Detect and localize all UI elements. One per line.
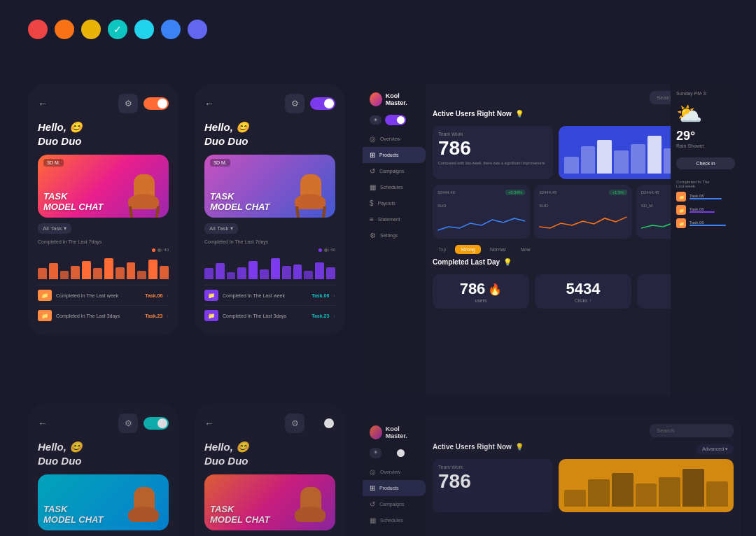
bar-chart-2 bbox=[204, 255, 335, 279]
task-arrow-2-2: › bbox=[333, 313, 335, 319]
top-icons-2: ⚙ bbox=[285, 94, 335, 113]
toggle-knob-3 bbox=[158, 418, 167, 428]
bottom-metric-label: Team Work bbox=[438, 465, 547, 470]
stat-card-1-header: 32444.46 +0.34% bbox=[438, 190, 525, 195]
stat-badge-2: +1.5% bbox=[609, 190, 626, 195]
rt-icon-3: 📁 bbox=[676, 218, 686, 228]
settings-icon-3[interactable]: ⚙ bbox=[118, 414, 138, 433]
nav-label-schedules: Schedules bbox=[380, 185, 403, 190]
back-arrow-4[interactable]: ← bbox=[204, 418, 214, 429]
stat-card-2: 32444.45 +1.5% SUD bbox=[534, 185, 631, 239]
toggle-knob-4 bbox=[324, 418, 334, 428]
settings-icon-1[interactable]: ⚙ bbox=[118, 94, 138, 113]
schedules-icon: ▦ bbox=[370, 183, 376, 191]
bottom-bulb-icon: 💡 bbox=[515, 443, 524, 451]
bottom-active-header: Active Users Right Now 💡 Advanced ▾ bbox=[433, 443, 734, 455]
back-arrow-2[interactable]: ← bbox=[204, 98, 214, 109]
stat-sub-3: SD_M bbox=[641, 204, 653, 208]
completed-title: Completed Last Day 💡 bbox=[433, 258, 512, 266]
bottom-search-input[interactable] bbox=[650, 424, 734, 437]
banner-2: 3D M. TASK MODEL CHAT bbox=[204, 155, 335, 218]
bottom-sidebar-overview[interactable]: ◎ Overview bbox=[363, 464, 426, 480]
metric-value: 786 bbox=[438, 139, 547, 158]
bar-chart-1 bbox=[38, 255, 169, 279]
bottom-sidebar-campaigns[interactable]: ↺ Campaigns bbox=[363, 496, 426, 512]
banner-title-1: TASK MODEL CHAT bbox=[43, 192, 103, 212]
bottom-sidebar-schedules[interactable]: ▦ Schedules bbox=[363, 512, 426, 528]
filter-tab-normal[interactable]: Normal bbox=[484, 245, 512, 254]
rt-icon-2: 📁 bbox=[676, 205, 686, 215]
banner-3: TASK MODEL CHAT bbox=[38, 474, 169, 530]
campaigns-icon: ↺ bbox=[370, 167, 375, 175]
settings-icon-4[interactable]: ⚙ bbox=[285, 414, 304, 433]
bottom-sidebar-products[interactable]: ⊞ Products bbox=[363, 480, 426, 496]
filter-tab-now[interactable]: Now bbox=[514, 245, 536, 254]
bottom-section: ← ⚙ Hello, 😊 Duo Duo TASK MODEL CHAT ← bbox=[0, 417, 756, 536]
sidebar-item-campaigns[interactable]: ↺ Campaigns bbox=[363, 163, 426, 179]
dot-blue[interactable] bbox=[161, 20, 181, 39]
back-arrow-3[interactable]: ← bbox=[38, 418, 48, 429]
users-metric: 786 🔥 users bbox=[433, 274, 529, 309]
dots-indicator-2 bbox=[318, 248, 328, 252]
mobile-card-3-header: ← ⚙ bbox=[38, 414, 169, 433]
logo-text: Kool Master. bbox=[386, 92, 419, 106]
payouts-icon: $ bbox=[370, 199, 374, 207]
greeting-3: Hello, 😊 Duo Duo bbox=[38, 440, 169, 467]
bottom-advanced-btn[interactable]: Advanced ▾ bbox=[696, 444, 734, 454]
bottom-logo-text: Kool Master. bbox=[386, 425, 419, 439]
dashboard-bottom: Kool Master. ☀ ◎ Overview ⊞ Products ↺ C… bbox=[363, 417, 741, 536]
sidebar-item-statement[interactable]: ≡ Statement bbox=[363, 211, 426, 227]
sidebar-item-settings[interactable]: ⚙ Settings bbox=[363, 227, 426, 244]
bottom-theme-toggles: ☀ bbox=[363, 448, 426, 464]
bottom-chart-box bbox=[559, 459, 734, 512]
color-palette: ✓ bbox=[28, 20, 207, 39]
toggle-4[interactable] bbox=[310, 417, 335, 430]
theme-light-icon[interactable]: ☀ bbox=[370, 115, 382, 125]
theme-toggle[interactable] bbox=[385, 115, 406, 125]
sparkline-2 bbox=[539, 213, 626, 234]
sidebar-item-overview[interactable]: ◎ Overview bbox=[363, 131, 426, 147]
flame-icon: 🔥 bbox=[488, 283, 502, 296]
dashboard-main: Kool Master. ☀ ◎ Overview ⊞ Products ↺ C… bbox=[363, 84, 741, 395]
chart-count-1: ↕ 40 bbox=[161, 248, 169, 252]
filter-row-2: All Task ▾ bbox=[204, 223, 335, 234]
banner-label-2: 3D M. bbox=[210, 159, 230, 167]
greeting-4: Hello, 😊 Duo Duo bbox=[204, 440, 335, 467]
bottom-theme-toggle[interactable] bbox=[385, 448, 406, 458]
clicks-metric: 5434 Clicks ↑ bbox=[535, 274, 631, 309]
bottom-theme-light-icon[interactable]: ☀ bbox=[370, 448, 382, 458]
sidebar-item-products[interactable]: ⊞ Products bbox=[363, 147, 426, 163]
filter-tab-strong[interactable]: Strong bbox=[455, 245, 481, 254]
toggle-3[interactable] bbox=[144, 417, 169, 430]
filter-tag-1[interactable]: All Task ▾ bbox=[38, 223, 71, 234]
bottom-schedules-icon: ▦ bbox=[370, 516, 376, 524]
toggle-1[interactable] bbox=[144, 97, 169, 110]
dot-cyan[interactable] bbox=[134, 20, 154, 39]
filter-tag-2[interactable]: All Task ▾ bbox=[204, 223, 238, 234]
toggle-2[interactable] bbox=[310, 97, 335, 110]
metric-desc: Compared with last week, there was a sig… bbox=[438, 161, 547, 167]
rt-icon-1: 📁 bbox=[676, 192, 686, 202]
section-label-2: Completed In The Last 7days bbox=[204, 239, 335, 244]
dot-orange[interactable] bbox=[55, 20, 74, 39]
sidebar-item-payouts[interactable]: $ Payouts bbox=[363, 195, 426, 211]
section-label-1: Completed In The Last 7days bbox=[38, 239, 169, 244]
back-arrow-1[interactable]: ← bbox=[38, 98, 48, 109]
dot-indigo[interactable] bbox=[188, 20, 207, 39]
task-arrow-2-1: › bbox=[333, 292, 335, 299]
task-folder-1-2: 📁 bbox=[38, 310, 52, 321]
bottom-team-metric: Team Work 786 bbox=[433, 459, 553, 512]
nav-label-campaigns: Campaigns bbox=[379, 169, 404, 174]
rt-bar-2 bbox=[690, 211, 715, 213]
bottom-logo: Kool Master. bbox=[363, 425, 426, 448]
logo-icon bbox=[370, 92, 382, 106]
rt-bar-3 bbox=[690, 225, 726, 226]
dot-red[interactable] bbox=[28, 20, 48, 39]
sidebar-item-schedules[interactable]: ▦ Schedules bbox=[363, 179, 426, 195]
settings-icon-2[interactable]: ⚙ bbox=[285, 94, 304, 113]
checkin-button[interactable]: Check in bbox=[676, 157, 735, 169]
top-icons-3: ⚙ bbox=[118, 414, 169, 433]
dot-check[interactable]: ✓ bbox=[108, 20, 127, 39]
dot-yellow[interactable] bbox=[81, 20, 101, 39]
bottom-dash-main: Active Users Right Now 💡 Advanced ▾ Team… bbox=[426, 417, 741, 536]
